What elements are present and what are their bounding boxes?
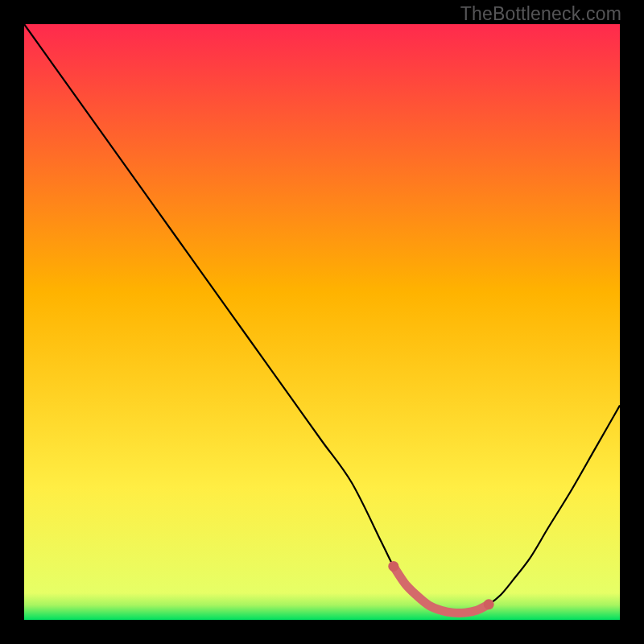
watermark-text: TheBottleneck.com xyxy=(460,3,621,25)
chart-frame: TheBottleneck.com xyxy=(0,0,644,644)
optimal-start-dot xyxy=(388,561,398,572)
gradient-background xyxy=(24,24,620,620)
chart-svg xyxy=(24,24,620,620)
optimal-end-dot xyxy=(484,599,494,609)
plot-area xyxy=(24,24,620,620)
